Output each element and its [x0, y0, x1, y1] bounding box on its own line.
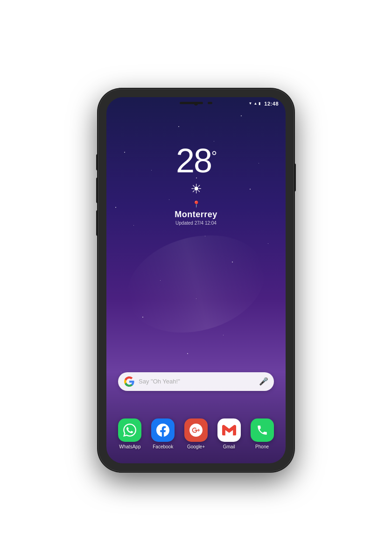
power-button: [294, 163, 296, 191]
googleplus-icon[interactable]: [184, 418, 208, 442]
google-search-bar[interactable]: Say "Oh Yeah!" 🎤: [118, 372, 274, 391]
app-item-phone[interactable]: Phone: [251, 418, 274, 449]
googleplus-label: Google+: [187, 444, 205, 449]
app-dock: WhatsApp Facebook Google+: [113, 418, 279, 449]
status-icons: ▼ ▲ ▮: [249, 101, 261, 106]
facebook-label: Facebook: [153, 444, 173, 449]
microphone-icon[interactable]: 🎤: [259, 377, 268, 386]
search-placeholder-text: Say "Oh Yeah!": [139, 378, 259, 385]
phone-device: ▼ ▲ ▮ 12:48 28° ☀ 📍 Monterrey Updated 27…: [98, 89, 294, 472]
status-bar: ▼ ▲ ▮ 12:48: [116, 101, 279, 106]
location-pin-icon: 📍: [192, 200, 200, 208]
google-g-logo: [124, 376, 135, 387]
app-item-facebook[interactable]: Facebook: [151, 418, 175, 449]
phone-screen: ▼ ▲ ▮ 12:48 28° ☀ 📍 Monterrey Updated 27…: [106, 97, 286, 463]
app-item-googleplus[interactable]: Google+: [184, 418, 208, 449]
gmail-icon[interactable]: [217, 418, 241, 442]
volume-down-button: [96, 210, 98, 236]
wifi-icon: ▼: [249, 101, 252, 106]
battery-icon: ▮: [259, 101, 260, 106]
signal-icon: ▲: [253, 101, 257, 106]
weather-widget: 28° ☀ 📍 Monterrey Updated 27/4 12:04: [106, 144, 286, 226]
city-name: Monterrey: [175, 210, 217, 220]
volume-up-button: [96, 177, 98, 203]
mute-button: [96, 154, 98, 170]
app-item-whatsapp[interactable]: WhatsApp: [118, 418, 141, 449]
status-time: 12:48: [264, 101, 279, 106]
phone-label: Phone: [255, 444, 269, 449]
phone-icon[interactable]: [251, 418, 274, 442]
whatsapp-icon[interactable]: [118, 418, 141, 442]
whatsapp-label: WhatsApp: [119, 444, 140, 449]
facebook-icon[interactable]: [151, 418, 175, 442]
app-item-gmail[interactable]: Gmail: [217, 418, 241, 449]
temperature-display: 28°: [176, 144, 216, 177]
weather-sun-icon: ☀: [190, 181, 202, 197]
weather-updated-text: Updated 27/4 12:04: [175, 220, 217, 226]
gmail-label: Gmail: [223, 444, 235, 449]
